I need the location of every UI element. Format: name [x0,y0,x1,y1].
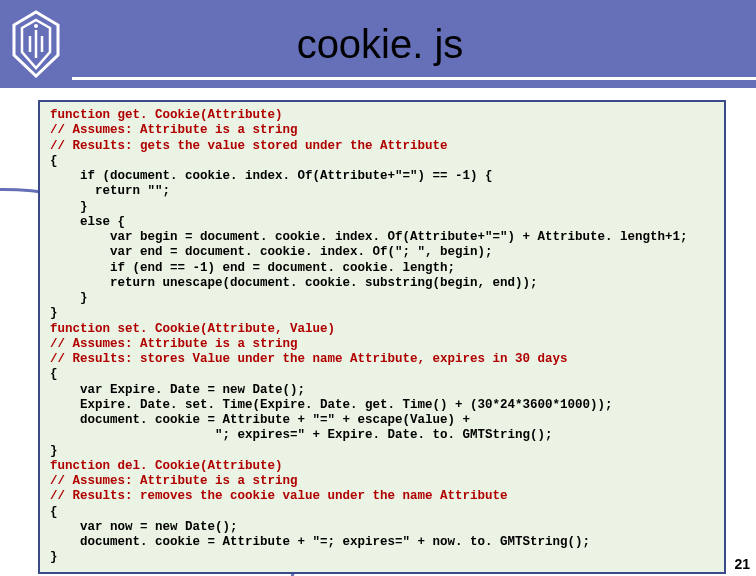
code-line: // Results: stores Value under the name … [50,352,568,366]
code-line: } [50,550,58,564]
code-line: { [50,505,58,519]
code-line: return ""; [50,184,170,198]
code-line: var end = document. cookie. index. Of(";… [50,245,493,259]
code-line: function set. Cookie(Attribute, Value) [50,322,335,336]
code-line: } [50,291,88,305]
code-line: // Results: gets the value stored under … [50,139,448,153]
code-line: // Assumes: Attribute is a string [50,123,298,137]
code-line: // Assumes: Attribute is a string [50,337,298,351]
slide-title: cookie. js [64,22,756,67]
code-line: document. cookie = Attribute + "=; expir… [50,535,590,549]
decorative-curve [0,88,30,576]
code-line: { [50,367,58,381]
slide-header: cookie. js [0,0,756,88]
code-line: return unescape(document. cookie. substr… [50,276,538,290]
code-line: { [50,154,58,168]
code-line: } [50,200,88,214]
code-line: function get. Cookie(Attribute) [50,108,283,122]
code-line: if (document. cookie. index. Of(Attribut… [50,169,493,183]
code-line: var now = new Date(); [50,520,238,534]
logo-icon [8,10,64,78]
code-line: // Results: removes the cookie value und… [50,489,508,503]
page-number: 21 [734,556,750,572]
code-block: function get. Cookie(Attribute) // Assum… [38,100,726,574]
code-line: } [50,444,58,458]
header-divider [72,77,756,80]
code-line: var begin = document. cookie. index. Of(… [50,230,688,244]
code-line: "; expires=" + Expire. Date. to. GMTStri… [50,428,553,442]
code-line: } [50,306,58,320]
code-line: else { [50,215,125,229]
code-line: // Assumes: Attribute is a string [50,474,298,488]
svg-point-0 [34,24,38,28]
code-line: document. cookie = Attribute + "=" + esc… [50,413,470,427]
code-line: Expire. Date. set. Time(Expire. Date. ge… [50,398,613,412]
code-line: function del. Cookie(Attribute) [50,459,283,473]
slide-content: function get. Cookie(Attribute) // Assum… [0,88,756,576]
code-line: if (end == -1) end = document. cookie. l… [50,261,455,275]
code-line: var Expire. Date = new Date(); [50,383,305,397]
